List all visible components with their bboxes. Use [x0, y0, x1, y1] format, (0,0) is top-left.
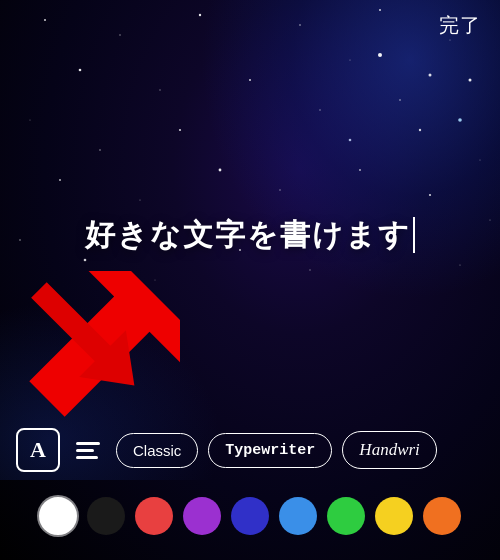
font-option-handwriting[interactable]: Handwri: [342, 431, 436, 469]
color-swatch-dark-blue[interactable]: [231, 497, 269, 535]
toolbar: A Classic Typewriter Handwri: [0, 420, 500, 480]
color-swatch-yellow[interactable]: [375, 497, 413, 535]
color-swatch-green[interactable]: [327, 497, 365, 535]
align-line-1: [76, 442, 100, 445]
main-text-area[interactable]: 好きな文字を書けます: [0, 50, 500, 420]
color-swatch-white[interactable]: [39, 497, 77, 535]
color-swatch-black[interactable]: [87, 497, 125, 535]
color-swatch-orange[interactable]: [423, 497, 461, 535]
color-swatch-blue[interactable]: [279, 497, 317, 535]
header: 完了: [0, 0, 500, 50]
color-picker: [0, 488, 500, 544]
app: 完了 好きな文字を書けます A: [0, 0, 500, 560]
align-line-2: [76, 449, 94, 452]
font-option-classic[interactable]: Classic: [116, 433, 198, 468]
color-swatch-red[interactable]: [135, 497, 173, 535]
done-button[interactable]: 完了: [439, 12, 480, 39]
text-cursor: [413, 217, 415, 253]
font-icon-label: A: [30, 437, 46, 463]
font-options: Classic Typewriter Handwri: [116, 431, 484, 469]
main-text: 好きな文字を書けます: [85, 215, 415, 256]
align-line-3: [76, 456, 98, 459]
font-option-typewriter[interactable]: Typewriter: [208, 433, 332, 468]
align-button[interactable]: [72, 438, 104, 463]
color-swatch-purple[interactable]: [183, 497, 221, 535]
font-icon-button[interactable]: A: [16, 428, 60, 472]
